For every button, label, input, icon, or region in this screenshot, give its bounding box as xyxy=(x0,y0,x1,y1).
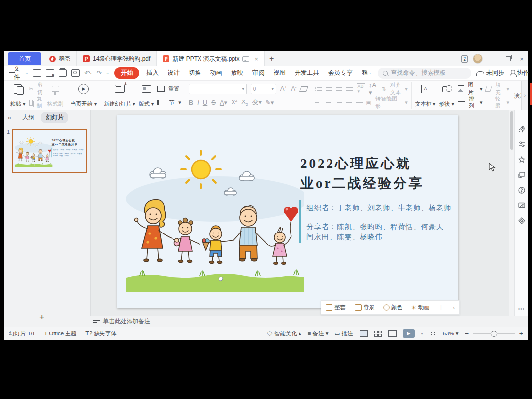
align-right-icon[interactable] xyxy=(335,101,342,104)
superscript-button[interactable]: X2 xyxy=(231,99,237,106)
highlight-button[interactable]: ✎▾ xyxy=(266,99,274,106)
notes-bar[interactable]: 单击此处添加备注 xyxy=(4,316,528,327)
new-tab-button[interactable]: + xyxy=(265,54,279,63)
slide-editor[interactable]: 2022心理应心就业or二战经验分享 组织者：丁老师、刘老师、牛老师、杨老师 分… xyxy=(117,115,458,308)
notes-toggle-button[interactable]: ≡ 备注 ▾ xyxy=(308,330,329,337)
numbered-list-icon[interactable] xyxy=(326,87,332,91)
zoom-in-button[interactable]: + xyxy=(519,330,523,337)
distribute-icon[interactable] xyxy=(356,101,363,104)
strikethrough-button[interactable]: S xyxy=(211,99,216,106)
play-from-current-button[interactable]: ▶ 当页开始 ▾ xyxy=(71,82,97,109)
ribbon-expand-strip[interactable]: › xyxy=(521,81,528,110)
picture-button[interactable]: 图片 ▾ xyxy=(458,83,483,94)
tab-outline[interactable]: 大纲 xyxy=(17,112,39,123)
text-effect-button[interactable]: 变▾ xyxy=(252,98,262,107)
menu-tab-review[interactable]: 审阅 xyxy=(250,67,266,79)
italic-button[interactable]: I xyxy=(197,99,199,106)
slideshow-play-button[interactable]: ▶ xyxy=(403,329,415,338)
font-color-button[interactable]: A▾ xyxy=(220,99,227,106)
decrease-font-icon[interactable]: A- xyxy=(291,85,296,92)
theme-indicator[interactable]: 1 Office 主题 xyxy=(44,330,77,337)
add-slide-button[interactable]: + xyxy=(39,312,45,323)
fill-button[interactable]: 填充 ▾ xyxy=(486,83,509,94)
docer-resources-icon[interactable] xyxy=(518,125,526,133)
menu-tab-view[interactable]: 视图 xyxy=(271,67,288,79)
zoom-out-button[interactable]: − xyxy=(465,330,469,337)
zoom-track[interactable] xyxy=(473,333,515,334)
minimize-button[interactable] xyxy=(493,57,498,61)
format-painter-button[interactable]: 格式刷 xyxy=(47,82,64,109)
user-avatar[interactable] xyxy=(473,54,483,64)
tab-slides[interactable]: 幻灯片 xyxy=(41,112,68,123)
outline-button[interactable]: 轮廓 ▾ xyxy=(486,97,509,108)
missing-font-warning[interactable]: T? 缺失字体 xyxy=(85,330,116,337)
beautify-icon[interactable] xyxy=(518,156,526,164)
justify-icon[interactable] xyxy=(346,101,352,104)
align-center-icon[interactable] xyxy=(325,101,332,104)
menu-tab-animation[interactable]: 动画 xyxy=(208,67,224,79)
print-icon[interactable] xyxy=(59,69,67,77)
slide-sorter-view-icon[interactable] xyxy=(374,331,382,336)
tab-pptx-document[interactable]: P 新建 PPTX 演示文稿.pptx × xyxy=(157,51,265,66)
toolbar-expand-icon[interactable]: › xyxy=(453,305,455,311)
line-spacing-icon[interactable]: ↕A ▾ xyxy=(369,81,378,96)
close-button[interactable]: × xyxy=(515,55,528,63)
layout-button[interactable]: 版式 ▾ xyxy=(139,82,154,109)
shape-tools-icon[interactable] xyxy=(518,217,526,225)
bullet-list-icon[interactable] xyxy=(315,87,322,91)
new-slide-button[interactable]: 新建幻灯片 ▾ xyxy=(104,82,135,109)
copy-button[interactable]: 复制 xyxy=(29,97,44,108)
menu-tab-home[interactable]: 开始 xyxy=(114,67,139,79)
reading-view-icon[interactable] xyxy=(388,330,397,337)
reset-button[interactable]: 重置 xyxy=(157,83,181,94)
menu-tab-member[interactable]: 会员专享 xyxy=(326,67,355,79)
align-text-button[interactable]: ⇅ 对齐文本 ▾ xyxy=(382,83,408,94)
undo-icon[interactable]: ↶· xyxy=(84,69,92,77)
play-options-chevron-icon[interactable]: ▾ xyxy=(421,332,423,336)
rail-more-icon[interactable]: ••• xyxy=(518,306,525,312)
shape-button[interactable]: 形状 ▾ xyxy=(439,82,454,109)
menu-tab-design[interactable]: 设计 xyxy=(166,67,182,79)
menu-tab-slideshow[interactable]: 放映 xyxy=(229,67,245,79)
zoom-slider[interactable]: − + xyxy=(465,330,523,337)
scrollbar-thumb[interactable] xyxy=(510,111,513,150)
subscript-button[interactable]: X2 xyxy=(241,98,248,107)
sync-status[interactable]: 未同步 xyxy=(476,69,504,77)
panel-collapse-icon[interactable]: « xyxy=(8,114,11,121)
slide-organizers-text[interactable]: 组织者：丁老师、刘老师、牛老师、杨老师 xyxy=(306,203,454,213)
menu-tab-devtools[interactable]: 开发工具 xyxy=(293,67,321,79)
section-button[interactable]: 节 ▾ xyxy=(157,97,181,108)
restore-button[interactable] xyxy=(506,56,511,61)
media-icon[interactable] xyxy=(518,201,526,209)
text-box-button[interactable]: A 文本框 ▾ xyxy=(415,82,436,109)
message-bubble-icon[interactable] xyxy=(242,56,249,62)
smart-beautify-button[interactable]: ◇ 智能美化 ▴ xyxy=(267,330,301,337)
save-icon[interactable] xyxy=(33,69,41,77)
tab-docer[interactable]: 稻壳 xyxy=(43,51,77,66)
collaborate-button[interactable]: 协作 xyxy=(511,69,529,77)
slide-thumbnail[interactable]: 2022心理应心就业or二战经验分享 组织者：丁老师、刘老师、牛老师、杨老师 分… xyxy=(12,129,87,173)
fit-slide-icon[interactable] xyxy=(430,331,436,336)
quick-access-chevron-icon[interactable]: ⌄ xyxy=(106,71,109,75)
increase-indent-icon[interactable] xyxy=(346,87,353,91)
vertical-scrollbar[interactable] xyxy=(509,110,514,316)
background-button[interactable]: 背景 xyxy=(355,304,375,311)
help-icon[interactable] xyxy=(518,186,526,194)
font-name-select[interactable]: ▾ xyxy=(189,84,247,94)
slide-sharers-text[interactable]: 分享者：陈凯、张昀昀、程荷恬、何豪天闫永田、陈雯、杨晓伟 xyxy=(306,222,454,242)
file-menu[interactable]: 文件 xyxy=(14,65,20,82)
underline-button[interactable]: U xyxy=(203,99,207,106)
cut-button[interactable]: ✂ 剪切 xyxy=(29,83,44,94)
normal-view-icon[interactable] xyxy=(360,330,368,337)
print-preview-icon[interactable] xyxy=(71,69,80,77)
animation-button[interactable]: ✶动画 xyxy=(411,304,430,311)
tab-home[interactable]: 首页 xyxy=(8,52,41,65)
clear-format-icon[interactable] xyxy=(299,86,308,92)
increase-font-icon[interactable]: A+ xyxy=(280,85,287,92)
zoom-percent[interactable]: 63% ▾ xyxy=(443,330,459,337)
arrange-button[interactable]: 排列 ▾ xyxy=(458,97,483,108)
properties-icon[interactable] xyxy=(518,140,526,148)
command-search-box[interactable]: 查找命令、搜索模板 xyxy=(378,68,471,79)
smart-graphic-button[interactable]: ▣ 转智能图形 ▾ xyxy=(366,97,408,108)
tab-pdf-document[interactable]: P 14级心理学张昀昀.pdf xyxy=(77,51,157,66)
